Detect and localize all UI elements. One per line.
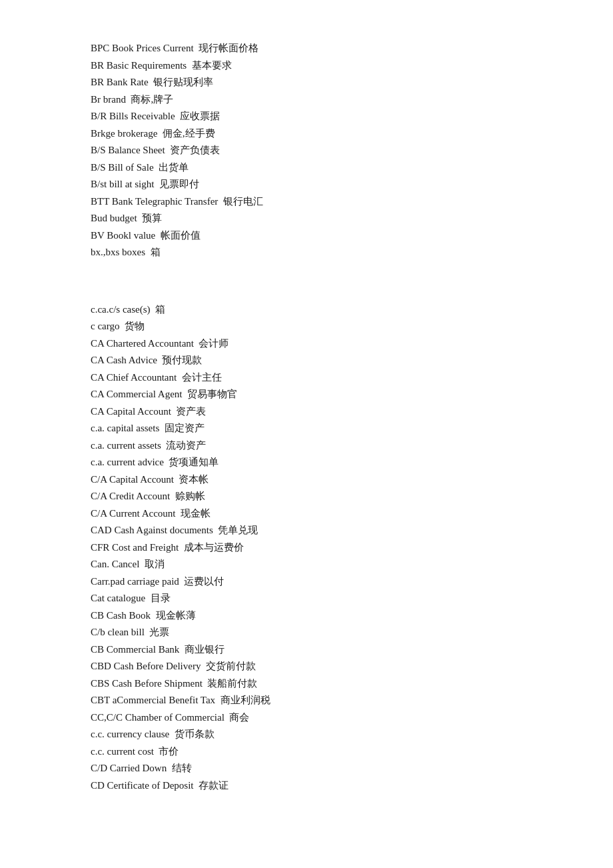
entry-1-28: CD Certificate of Deposit 存款证	[91, 777, 522, 795]
entry-1-21: CBD Cash Before Delivery 交货前付款	[91, 658, 522, 675]
entry-1-14: CFR Cost and Freight 成本与运费价	[91, 539, 522, 557]
entry-1-17: Cat catalogue 目录	[91, 590, 522, 607]
entry-1-5: CA Commercial Agent 贸易事物官	[91, 386, 522, 403]
entry-0-12: bx.,bxs boxes 箱	[91, 244, 522, 261]
entry-1-16: Carr.pad carriage paid 运费以付	[91, 573, 522, 591]
entry-1-10: C/A Capital Account 资本帐	[91, 471, 522, 489]
entry-0-0: BPC Book Prices Current 现行帐面价格	[91, 40, 522, 57]
entry-1-12: C/A Current Account 现金帐	[91, 505, 522, 523]
page-content: BPC Book Prices Current 现行帐面价格BR Basic R…	[91, 40, 522, 794]
entry-1-26: c.c. current cost 市价	[91, 743, 522, 761]
entry-0-1: BR Basic Requirements 基本要求	[91, 57, 522, 75]
entry-1-15: Can. Cancel 取消	[91, 556, 522, 573]
entry-1-3: CA Cash Advice 预付现款	[91, 352, 522, 369]
entry-1-13: CAD Cash Against documents 凭单兑现	[91, 522, 522, 539]
entry-1-0: c.ca.c/s case(s) 箱	[91, 301, 522, 319]
entry-1-23: CBT aCommercial Benefit Tax 商业利润税	[91, 692, 522, 709]
entry-0-5: Brkge brokerage 佣金,经手费	[91, 125, 522, 143]
entry-0-11: BV Bookl value 帐面价值	[91, 227, 522, 245]
entry-1-1: c cargo 货物	[91, 318, 522, 335]
entry-1-25: c.c. currency clause 货币条款	[91, 726, 522, 743]
section-bpc-section: BPC Book Prices Current 现行帐面价格BR Basic R…	[91, 40, 522, 261]
entry-1-6: CA Capital Account 资产表	[91, 403, 522, 421]
entry-0-3: Br brand 商标,牌子	[91, 91, 522, 109]
entry-0-4: B/R Bills Receivable 应收票据	[91, 108, 522, 125]
entry-1-7: c.a. capital assets 固定资产	[91, 420, 522, 437]
entry-0-8: B/st bill at sight 见票即付	[91, 176, 522, 193]
entry-0-9: BTT Bank Telegraphic Transfer 银行电汇	[91, 193, 522, 211]
entry-0-6: B/S Balance Sheet 资产负债表	[91, 142, 522, 159]
entry-1-24: CC,C/C Chamber of Commercial 商会	[91, 709, 522, 727]
entry-1-18: CB Cash Book 现金帐薄	[91, 607, 522, 625]
entry-1-19: C/b clean bill 光票	[91, 624, 522, 641]
entry-1-11: C/A Credit Account 赊购帐	[91, 488, 522, 505]
entry-1-27: C/D Carried Down 结转	[91, 760, 522, 777]
entry-1-8: c.a. current assets 流动资产	[91, 437, 522, 455]
section-c-section: c.ca.c/s case(s) 箱c cargo 货物CA Chartered…	[91, 301, 522, 795]
entry-0-10: Bud budget 预算	[91, 210, 522, 227]
entry-0-7: B/S Bill of Sale 出货单	[91, 159, 522, 177]
entry-1-2: CA Chartered Accountant 会计师	[91, 335, 522, 353]
entry-1-9: c.a. current advice 货项通知单	[91, 454, 522, 471]
entry-1-22: CBS Cash Before Shipment 装船前付款	[91, 675, 522, 693]
entry-1-4: CA Chief Accountant 会计主任	[91, 369, 522, 387]
section-spacer-0	[91, 283, 522, 301]
entry-1-20: CB Commercial Bank 商业银行	[91, 641, 522, 659]
entry-0-2: BR Bank Rate 银行贴现利率	[91, 74, 522, 91]
